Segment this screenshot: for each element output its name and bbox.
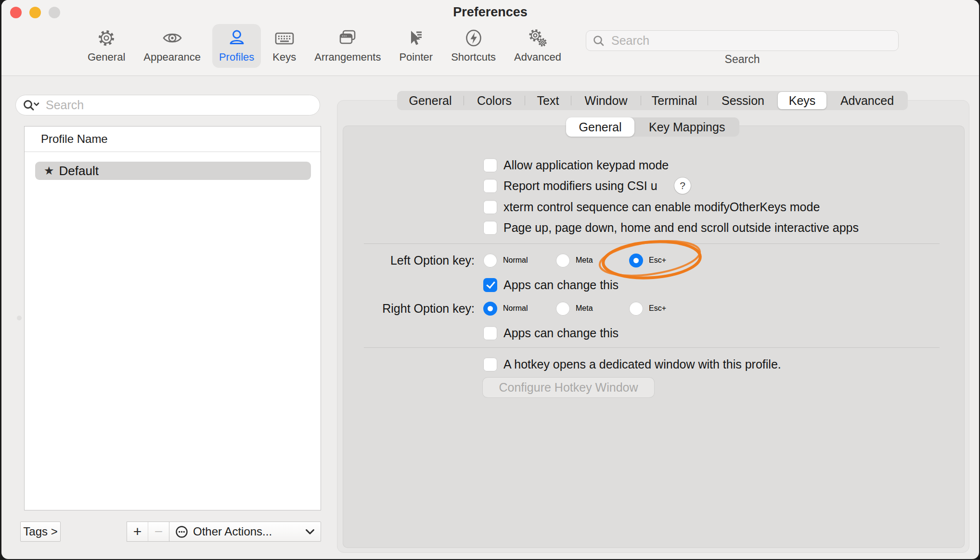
profile-search-field[interactable] [15, 95, 320, 115]
tab-terminal[interactable]: Terminal [641, 91, 708, 110]
checkbox [483, 158, 497, 172]
toolbar-search-input[interactable] [610, 33, 892, 48]
toolbar-item-keys[interactable]: Keys [266, 24, 303, 68]
star-icon: ★ [44, 164, 54, 178]
checkbox [483, 278, 497, 292]
chevron-down-icon [305, 529, 315, 535]
toolbar-item-label: Profiles [219, 51, 254, 64]
help-button[interactable]: ? [674, 178, 691, 194]
toolbar-item-profiles[interactable]: Profiles [212, 24, 261, 68]
search-icon [592, 34, 606, 48]
checkbox-row-csi-u[interactable]: Report modifiers using CSI u [483, 178, 658, 194]
checkbox [483, 357, 497, 371]
toolbar-item-label: Keys [272, 51, 296, 64]
tab-general[interactable]: General [397, 91, 464, 110]
tab-session[interactable]: Session [708, 91, 778, 110]
left-option-key-label: Left Option key: [309, 252, 475, 268]
remove-profile-button[interactable]: − [148, 522, 169, 541]
subtab-key-mappings[interactable]: Key Mappings [634, 117, 739, 137]
gear-icon [95, 27, 117, 50]
person-icon [226, 27, 248, 50]
checkbox-row-modify-other-keys[interactable]: xterm control sequence can enable modify… [483, 199, 820, 215]
tab-colors[interactable]: Colors [464, 91, 525, 110]
radio-right-meta[interactable]: Meta [556, 300, 593, 317]
radio-button [556, 302, 570, 316]
checkbox [483, 221, 497, 235]
profile-search-input[interactable] [45, 98, 313, 113]
checkbox-row-left-apps-can-change[interactable]: Apps can change this [483, 277, 619, 293]
windows-icon [336, 27, 359, 50]
toolbar-item-label: Shortcuts [451, 51, 496, 64]
profile-row-default[interactable]: ★ Default [35, 162, 311, 180]
radio-left-esc[interactable]: Esc+ [629, 252, 666, 268]
divider [364, 347, 940, 348]
checkbox-row-hotkey-window[interactable]: A hotkey opens a dedicated window with t… [483, 356, 781, 372]
toolbar-item-arrangements[interactable]: Arrangements [308, 24, 387, 68]
checkbox [483, 326, 497, 340]
radio-button [629, 302, 643, 316]
toolbar-item-general[interactable]: General [81, 24, 132, 68]
checkbox [483, 200, 497, 214]
tags-button[interactable]: Tags > [20, 522, 61, 542]
add-profile-button[interactable]: + [127, 522, 148, 541]
subtab-general[interactable]: General [566, 117, 634, 137]
toolbar: General Appearance Profiles [81, 24, 568, 68]
toolbar-item-pointer[interactable]: Pointer [392, 24, 439, 68]
toolbar-item-label: General [88, 51, 125, 64]
configure-hotkey-window-button[interactable]: Configure Hotkey Window [483, 378, 654, 397]
right-option-key-label: Right Option key: [309, 300, 475, 317]
profile-list-header: Profile Name [25, 127, 321, 152]
tab-keys[interactable]: Keys [778, 92, 826, 109]
titlebar-toolbar: Preferences General [1, 0, 979, 76]
toolbar-search-field[interactable] [586, 30, 899, 51]
radio-button [556, 254, 570, 267]
tab-text[interactable]: Text [525, 91, 571, 110]
radio-button [483, 254, 497, 267]
radio-left-meta[interactable]: Meta [556, 252, 593, 268]
toolbar-item-appearance[interactable]: Appearance [137, 24, 207, 68]
radio-button [483, 302, 497, 316]
radio-button [629, 254, 643, 267]
tab-advanced[interactable]: Advanced [826, 91, 908, 110]
keyboard-icon [273, 27, 296, 50]
radio-right-normal[interactable]: Normal [483, 300, 528, 317]
gears-icon [527, 27, 549, 50]
toolbar-item-label: Appearance [143, 51, 201, 64]
checkbox-row-keypad-mode[interactable]: Allow application keypad mode [483, 157, 669, 173]
toolbar-item-advanced[interactable]: Advanced [507, 24, 568, 68]
keys-subtabs: General Key Mappings [566, 117, 739, 137]
other-actions-label: Other Actions... [193, 525, 305, 538]
radio-left-normal[interactable]: Normal [483, 252, 528, 268]
profile-name: Default [59, 164, 99, 178]
ellipsis-circle-icon [175, 525, 188, 538]
preferences-window: Preferences General [1, 0, 979, 559]
checkbox [483, 179, 497, 193]
lightning-icon [463, 27, 485, 50]
cursor-icon [405, 27, 427, 50]
toolbar-item-label: Advanced [514, 51, 561, 64]
search-filter-icon [23, 99, 41, 112]
profile-list: Profile Name ★ Default [24, 126, 321, 510]
toolbar-search-caption: Search [586, 53, 899, 66]
add-remove-group: + − [127, 522, 169, 542]
splitter-dot [17, 316, 22, 320]
checkbox-row-page-scroll[interactable]: Page up, page down, home and end scroll … [483, 219, 859, 236]
window-title: Preferences [1, 5, 979, 20]
radio-right-esc[interactable]: Esc+ [629, 300, 666, 317]
profile-tabs: General Colors Text Window Terminal Sess… [397, 91, 908, 110]
toolbar-item-label: Pointer [399, 51, 433, 64]
other-actions-dropdown[interactable]: Other Actions... [169, 522, 321, 542]
toolbar-item-shortcuts[interactable]: Shortcuts [444, 24, 503, 68]
tab-window[interactable]: Window [571, 91, 641, 110]
checkbox-row-right-apps-can-change[interactable]: Apps can change this [483, 325, 619, 341]
divider [364, 243, 940, 244]
toolbar-item-label: Arrangements [314, 51, 381, 64]
eye-icon [161, 27, 183, 50]
